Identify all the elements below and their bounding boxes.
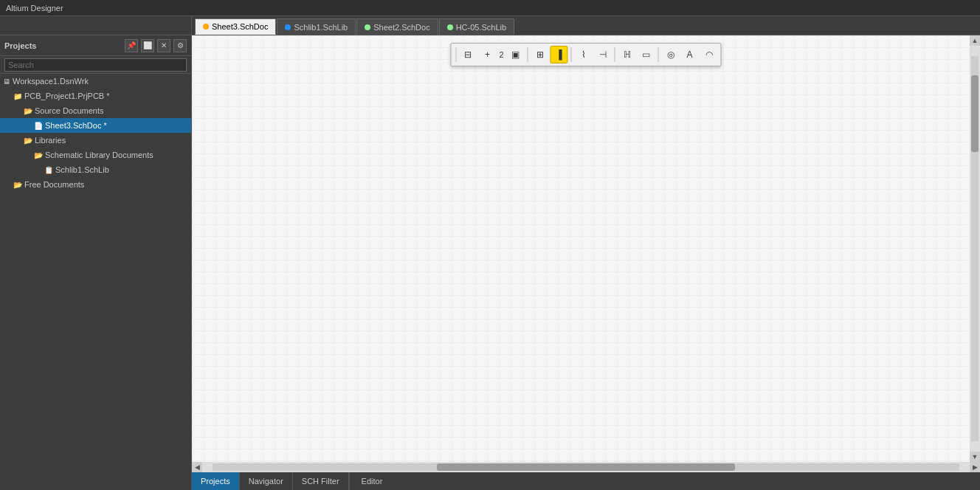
status-tab-navigator[interactable]: Navigator <box>240 472 293 490</box>
tab-sheet3[interactable]: Sheet3.SchDoc <box>195 18 276 35</box>
sidebar-close-btn[interactable]: ✕ <box>157 39 170 52</box>
schematic-canvas <box>192 35 980 472</box>
scroll-down-arrow[interactable]: ▼ <box>970 452 980 462</box>
sidebar-actions: 📌 ⬜ ✕ ⚙ <box>125 39 187 52</box>
bottom-layout: ProjectsNavigatorSCH Filter Editor <box>0 472 980 490</box>
toolbar-btn-filter[interactable]: ⊟ <box>459 46 477 63</box>
tree-label: PCB_Project1.PrjPCB * <box>24 92 110 100</box>
tree-icon-folder: 📂 <box>34 151 43 159</box>
tab-label-hc05: HC-05.SchLib <box>456 23 506 32</box>
tree-item-free-documents[interactable]: 📂Free Documents <box>0 177 191 192</box>
tab-dot-schlib1 <box>285 24 291 30</box>
app-title: Altium Designer <box>6 4 63 13</box>
tree-item-libraries[interactable]: 📂Libraries <box>0 133 191 148</box>
tab-dot-sheet2 <box>365 24 370 30</box>
main-layout: Projects 📌 ⬜ ✕ ⚙ 🖥Workspace1.DsnWrk📁PCB_… <box>0 35 980 472</box>
v-scroll-track[interactable] <box>971 56 979 441</box>
title-bar: Altium Designer <box>0 0 980 16</box>
toolbar-sep-0 <box>455 47 456 62</box>
tree-icon-folder: 📂 <box>13 181 22 189</box>
tree-label: Free Documents <box>24 180 84 189</box>
status-tab-projects[interactable]: Projects <box>192 472 240 490</box>
toolbar-sep-9 <box>658 47 659 62</box>
tree-icon-folder: 📂 <box>24 137 32 145</box>
tree-icon-schlib: 📋 <box>44 166 53 174</box>
tab-label-sheet2: Sheet2.SchDoc <box>373 23 429 32</box>
editor-toolbar: ⊟+2▣⊞▐⌇⊣ℍ▭◎A◠ <box>450 43 721 66</box>
tree-container: 🖥Workspace1.DsnWrk📁PCB_Project1.PrjPCB *… <box>0 74 191 472</box>
toolbar-sep-5 <box>571 47 572 62</box>
tree-label: Sheet3.SchDoc * <box>45 121 107 130</box>
tree-item-schematic-library-documents[interactable]: 📂Schematic Library Documents <box>0 148 191 162</box>
toolbar-btn-move[interactable]: ⊞ <box>531 46 549 63</box>
tree-item-sheet3-schdoc--[interactable]: 📄Sheet3.SchDoc * <box>0 118 191 133</box>
toolbar-btn-circle[interactable]: ◎ <box>662 46 680 63</box>
sidebar-header: Projects 📌 ⬜ ✕ ⚙ <box>0 35 191 56</box>
tree-item-schlib1-schlib[interactable]: 📋Schlib1.SchLib <box>0 162 191 177</box>
toolbar-btn-select[interactable]: ▣ <box>507 46 525 63</box>
sidebar-title: Projects <box>4 41 36 50</box>
status-tab-sch_filter[interactable]: SCH Filter <box>293 472 349 490</box>
toolbar-btn-wire[interactable]: ⌇ <box>575 46 593 63</box>
search-box <box>0 56 191 74</box>
bottom-editor-bar: ProjectsNavigatorSCH Filter Editor <box>192 472 980 490</box>
tab-hc05[interactable]: HC-05.SchLib <box>439 18 514 35</box>
sidebar: Projects 📌 ⬜ ✕ ⚙ 🖥Workspace1.DsnWrk📁PCB_… <box>0 35 192 472</box>
tab-label-schlib1: Schlib1.SchLib <box>294 23 348 32</box>
sidebar-float-btn[interactable]: ⬜ <box>141 39 154 52</box>
tree-icon-schdoc: 📄 <box>34 122 43 130</box>
tree-icon-project: 📁 <box>13 92 22 100</box>
editor-area: ⊟+2▣⊞▐⌇⊣ℍ▭◎A◠ ▲ ▼ ◀ ▶ <box>192 35 980 472</box>
h-scroll-thumb[interactable] <box>437 463 736 471</box>
toolbar-btn-cross[interactable]: + <box>478 46 496 63</box>
editor-label: Editor <box>349 472 395 490</box>
vertical-scrollbar[interactable]: ▲ ▼ <box>970 35 980 462</box>
toolbar-btn-rect[interactable]: ▭ <box>638 46 655 63</box>
tree-label: Source Documents <box>35 106 104 115</box>
toolbar-btn-text[interactable]: ℍ <box>618 46 636 63</box>
status-tabs: ProjectsNavigatorSCH Filter <box>192 472 349 490</box>
tree-item-pcb-project1-prjpcb--[interactable]: 📁PCB_Project1.PrjPCB * <box>0 89 191 103</box>
scroll-up-arrow[interactable]: ▲ <box>970 35 980 46</box>
sidebar-menu-btn[interactable]: ⚙ <box>173 39 187 52</box>
tree-item-workspace1-dsnwrk[interactable]: 🖥Workspace1.DsnWrk <box>0 74 191 89</box>
tree-label: Workspace1.DsnWrk <box>13 77 89 86</box>
scroll-right-arrow[interactable]: ▶ <box>970 462 980 472</box>
tab-sheet2[interactable]: Sheet2.SchDoc <box>356 18 438 35</box>
tree-label: Schlib1.SchLib <box>55 165 109 174</box>
search-input[interactable] <box>4 58 187 72</box>
toolbar-btn-netport[interactable]: ⊣ <box>594 46 612 63</box>
toolbar-btn-label[interactable]: A <box>681 46 699 63</box>
tab-label-sheet3: Sheet3.SchDoc <box>212 22 268 31</box>
tree-item-source-documents[interactable]: 📂Source Documents <box>0 103 191 118</box>
bottom-sidebar-space <box>0 472 192 490</box>
cursor-label: 2 <box>499 50 503 59</box>
sidebar-pin-btn[interactable]: 📌 <box>125 39 138 52</box>
toolbar-btn-pin[interactable]: ▐ <box>551 46 568 63</box>
tree-icon-workspace: 🖥 <box>3 77 10 86</box>
toolbar-sep-3 <box>528 47 528 62</box>
tree-label: Libraries <box>35 136 66 145</box>
scroll-left-arrow[interactable]: ◀ <box>192 462 202 472</box>
tab-container: Sheet3.SchDocSchlib1.SchLibSheet2.SchDoc… <box>192 18 515 35</box>
tab-dot-hc05 <box>447 24 453 30</box>
toolbar-sep-7 <box>615 47 615 62</box>
tab-schlib1[interactable]: Schlib1.SchLib <box>277 18 356 35</box>
tree-label: Schematic Library Documents <box>45 151 153 159</box>
tab-dot-sheet3 <box>203 24 209 30</box>
v-scroll-thumb[interactable] <box>971 75 979 152</box>
h-scroll-track[interactable] <box>213 463 959 471</box>
horizontal-scrollbar[interactable]: ◀ ▶ <box>192 462 980 472</box>
toolbar-btn-arc[interactable]: ◠ <box>700 46 718 63</box>
tab-bar: Sheet3.SchDocSchlib1.SchLibSheet2.SchDoc… <box>0 16 980 35</box>
tree-icon-folder: 📂 <box>24 107 32 115</box>
